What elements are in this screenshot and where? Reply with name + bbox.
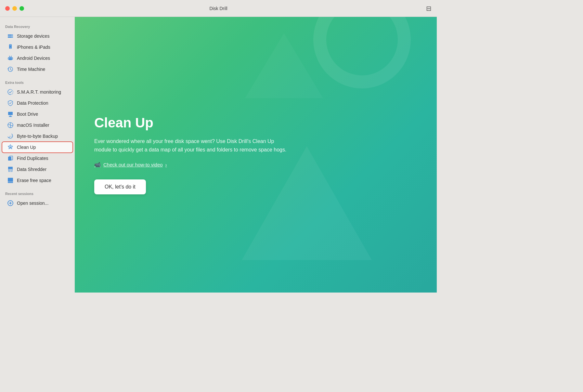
protection-icon bbox=[7, 100, 14, 106]
erase-free-space-label: Erase free space bbox=[17, 178, 51, 183]
svg-rect-24 bbox=[8, 182, 13, 183]
section-label-extra-tools: Extra tools bbox=[0, 78, 75, 86]
clean-up-label: Clean Up bbox=[17, 145, 36, 150]
smart-monitoring-label: S.M.A.R.T. monitoring bbox=[17, 89, 61, 95]
chevron-right-icon: › bbox=[165, 162, 167, 167]
divider-1 bbox=[0, 75, 75, 78]
boot-icon bbox=[7, 111, 14, 117]
sidebar-item-erase-free-space[interactable]: Erase free space bbox=[2, 175, 73, 186]
svg-rect-11 bbox=[8, 112, 13, 115]
iphone-icon bbox=[7, 44, 14, 50]
byte-backup-label: Byte-to-byte Backup bbox=[17, 134, 58, 139]
find-duplicates-label: Find Duplicates bbox=[17, 156, 48, 161]
svg-rect-20 bbox=[8, 167, 13, 167]
section-label-data-recovery: Data Recovery bbox=[0, 22, 75, 31]
duplicates-icon bbox=[7, 155, 14, 162]
shredder-icon bbox=[7, 166, 14, 173]
sidebar-item-byte-backup[interactable]: 1:1 Byte-to-byte Backup bbox=[2, 131, 73, 142]
main-layout: Data Recovery Storage devices iPhones & … bbox=[0, 17, 437, 293]
svg-rect-13 bbox=[9, 116, 12, 117]
sidebar-item-boot-drive[interactable]: Boot Drive bbox=[2, 109, 73, 120]
smart-icon bbox=[7, 89, 14, 95]
storage-icon bbox=[7, 33, 14, 39]
video-camera-icon: 📹 bbox=[94, 162, 101, 168]
window-controls bbox=[5, 6, 24, 11]
erase-icon bbox=[7, 177, 14, 184]
plus-icon bbox=[7, 200, 14, 206]
timemachine-icon bbox=[7, 66, 14, 72]
svg-point-5 bbox=[10, 48, 11, 48]
svg-point-9 bbox=[11, 58, 11, 58]
sidebar-item-time-machine[interactable]: Time Machine bbox=[2, 64, 73, 75]
backup-icon: 1:1 bbox=[7, 133, 14, 139]
data-protection-label: Data Protection bbox=[17, 100, 48, 106]
svg-rect-21 bbox=[8, 167, 13, 169]
sidebar-item-find-duplicates[interactable]: Find Duplicates bbox=[2, 153, 73, 164]
sidebar-item-clean-up[interactable]: Clean Up bbox=[2, 142, 73, 153]
boot-drive-label: Boot Drive bbox=[17, 111, 38, 117]
svg-rect-23 bbox=[8, 178, 10, 182]
iphones-ipads-label: iPhones & iPads bbox=[17, 45, 50, 50]
bg-decoration-1 bbox=[300, 17, 425, 102]
minimize-button[interactable] bbox=[12, 6, 17, 11]
content-description: Ever wondered where all your free disk s… bbox=[94, 137, 289, 154]
svg-rect-12 bbox=[9, 116, 11, 116]
sidebar-item-android-devices[interactable]: Android Devices bbox=[2, 53, 73, 64]
svg-rect-7 bbox=[9, 57, 12, 60]
android-icon bbox=[7, 55, 14, 61]
content-inner: Clean Up Ever wondered where all your fr… bbox=[94, 115, 289, 194]
svg-point-2 bbox=[12, 35, 12, 35]
android-devices-label: Android Devices bbox=[17, 56, 50, 61]
svg-point-8 bbox=[9, 58, 10, 58]
video-link[interactable]: 📹 Check out our how-to video › bbox=[94, 162, 289, 168]
sidebar-item-open-session[interactable]: Open session... bbox=[2, 198, 73, 209]
book-icon: ⊟ bbox=[426, 5, 432, 12]
cta-button[interactable]: OK, let's do it bbox=[94, 179, 146, 194]
section-label-recent-sessions: Recent sessions bbox=[0, 189, 75, 198]
sidebar-item-data-protection[interactable]: Data Protection bbox=[2, 98, 73, 109]
titlebar: Disk Drill ⊟ bbox=[0, 0, 437, 17]
content-area: Clean Up Ever wondered where all your fr… bbox=[75, 17, 437, 293]
storage-devices-label: Storage devices bbox=[17, 33, 49, 39]
cleanup-icon bbox=[7, 144, 14, 150]
svg-point-17 bbox=[10, 147, 11, 148]
sidebar-item-macos-installer[interactable]: macOS Installer bbox=[2, 120, 73, 131]
svg-point-3 bbox=[12, 37, 12, 37]
divider-2 bbox=[0, 186, 75, 189]
close-button[interactable] bbox=[5, 6, 10, 11]
sidebar-item-smart-monitoring[interactable]: S.M.A.R.T. monitoring bbox=[2, 86, 73, 98]
sidebar-item-iphones-ipads[interactable]: iPhones & iPads bbox=[2, 42, 73, 53]
bg-decoration-3 bbox=[245, 33, 323, 98]
sidebar-item-storage-devices[interactable]: Storage devices bbox=[2, 31, 73, 42]
data-shredder-label: Data Shredder bbox=[17, 167, 46, 172]
video-link-text: Check out our how-to video bbox=[103, 162, 163, 167]
sidebar: Data Recovery Storage devices iPhones & … bbox=[0, 17, 75, 293]
content-title: Clean Up bbox=[94, 115, 289, 131]
time-machine-label: Time Machine bbox=[17, 67, 45, 72]
macos-installer-label: macOS Installer bbox=[17, 123, 49, 128]
open-session-label: Open session... bbox=[17, 201, 48, 206]
app-title: Disk Drill bbox=[209, 6, 227, 11]
svg-text:1:1: 1:1 bbox=[10, 135, 13, 137]
maximize-button[interactable] bbox=[19, 6, 24, 11]
macos-icon bbox=[7, 122, 14, 128]
sidebar-item-data-shredder[interactable]: Data Shredder bbox=[2, 164, 73, 175]
